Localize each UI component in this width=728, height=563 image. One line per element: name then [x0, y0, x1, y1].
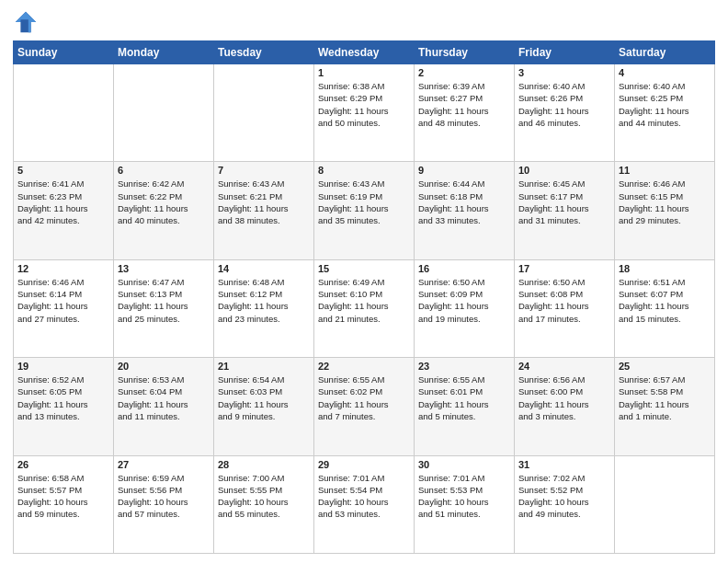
calendar-cell: 15Sunrise: 6:49 AM Sunset: 6:10 PM Dayli… — [314, 259, 415, 357]
calendar-week-3: 12Sunrise: 6:46 AM Sunset: 6:14 PM Dayli… — [14, 259, 715, 357]
day-info: Sunrise: 6:56 AM Sunset: 6:00 PM Dayligh… — [518, 373, 610, 422]
calendar-cell: 20Sunrise: 6:53 AM Sunset: 6:04 PM Dayli… — [114, 358, 214, 455]
day-info: Sunrise: 6:46 AM Sunset: 6:14 PM Dayligh… — [17, 276, 109, 325]
calendar-cell — [114, 64, 214, 162]
day-info: Sunrise: 6:45 AM Sunset: 6:17 PM Dayligh… — [518, 178, 610, 226]
calendar-cell: 30Sunrise: 7:01 AM Sunset: 5:53 PM Dayli… — [415, 455, 515, 553]
logo — [13, 9, 42, 35]
calendar-cell: 29Sunrise: 7:01 AM Sunset: 5:54 PM Dayli… — [314, 455, 415, 553]
day-info: Sunrise: 7:00 AM Sunset: 5:55 PM Dayligh… — [218, 472, 310, 521]
calendar-cell — [14, 64, 114, 162]
day-info: Sunrise: 6:41 AM Sunset: 6:23 PM Dayligh… — [17, 178, 109, 226]
header-thursday: Thursday — [415, 41, 515, 64]
day-number: 6 — [118, 165, 210, 176]
calendar-cell — [615, 455, 715, 553]
day-info: Sunrise: 6:55 AM Sunset: 6:02 PM Dayligh… — [318, 373, 410, 422]
header-sunday: Sunday — [14, 41, 114, 64]
day-number: 2 — [418, 67, 510, 78]
calendar-cell: 17Sunrise: 6:50 AM Sunset: 6:08 PM Dayli… — [515, 259, 615, 357]
calendar-cell — [214, 64, 314, 162]
day-number: 4 — [619, 67, 711, 78]
day-number: 9 — [418, 165, 510, 176]
page: Sunday Monday Tuesday Wednesday Thursday… — [0, 0, 728, 563]
day-info: Sunrise: 7:02 AM Sunset: 5:52 PM Dayligh… — [518, 472, 610, 521]
calendar-cell: 18Sunrise: 6:51 AM Sunset: 6:07 PM Dayli… — [615, 259, 715, 357]
day-number: 20 — [118, 361, 210, 372]
day-number: 18 — [619, 263, 711, 274]
calendar-cell: 22Sunrise: 6:55 AM Sunset: 6:02 PM Dayli… — [314, 358, 415, 455]
day-info: Sunrise: 6:40 AM Sunset: 6:25 PM Dayligh… — [619, 80, 711, 129]
day-number: 1 — [318, 67, 410, 78]
day-info: Sunrise: 6:57 AM Sunset: 5:58 PM Dayligh… — [619, 373, 711, 422]
day-number: 10 — [518, 165, 610, 176]
day-number: 30 — [418, 459, 510, 470]
day-number: 16 — [418, 263, 510, 274]
day-number: 23 — [418, 361, 510, 372]
calendar-cell: 26Sunrise: 6:58 AM Sunset: 5:57 PM Dayli… — [14, 455, 114, 553]
day-info: Sunrise: 6:59 AM Sunset: 5:56 PM Dayligh… — [118, 472, 210, 521]
day-info: Sunrise: 6:40 AM Sunset: 6:26 PM Dayligh… — [518, 80, 610, 129]
calendar-table: Sunday Monday Tuesday Wednesday Thursday… — [13, 40, 715, 554]
calendar-cell: 12Sunrise: 6:46 AM Sunset: 6:14 PM Dayli… — [14, 259, 114, 357]
day-number: 27 — [118, 459, 210, 470]
calendar-cell: 5Sunrise: 6:41 AM Sunset: 6:23 PM Daylig… — [14, 162, 114, 259]
day-info: Sunrise: 6:46 AM Sunset: 6:15 PM Dayligh… — [619, 178, 711, 226]
header-tuesday: Tuesday — [214, 41, 314, 64]
day-info: Sunrise: 7:01 AM Sunset: 5:53 PM Dayligh… — [418, 472, 510, 521]
calendar-header: Sunday Monday Tuesday Wednesday Thursday… — [14, 41, 715, 64]
calendar-cell: 24Sunrise: 6:56 AM Sunset: 6:00 PM Dayli… — [515, 358, 615, 455]
day-number: 28 — [218, 459, 310, 470]
day-number: 5 — [17, 165, 109, 176]
header-wednesday: Wednesday — [314, 41, 415, 64]
day-number: 31 — [518, 459, 610, 470]
day-info: Sunrise: 6:48 AM Sunset: 6:12 PM Dayligh… — [218, 276, 310, 325]
calendar-cell: 25Sunrise: 6:57 AM Sunset: 5:58 PM Dayli… — [615, 358, 715, 455]
calendar-cell: 21Sunrise: 6:54 AM Sunset: 6:03 PM Dayli… — [214, 358, 314, 455]
calendar-body: 1Sunrise: 6:38 AM Sunset: 6:29 PM Daylig… — [14, 64, 715, 554]
day-info: Sunrise: 7:01 AM Sunset: 5:54 PM Dayligh… — [318, 472, 410, 521]
day-number: 26 — [17, 459, 109, 470]
day-number: 13 — [118, 263, 210, 274]
day-info: Sunrise: 6:47 AM Sunset: 6:13 PM Dayligh… — [118, 276, 210, 325]
day-number: 15 — [318, 263, 410, 274]
day-info: Sunrise: 6:53 AM Sunset: 6:04 PM Dayligh… — [118, 373, 210, 422]
day-number: 21 — [218, 361, 310, 372]
day-info: Sunrise: 6:43 AM Sunset: 6:19 PM Dayligh… — [318, 178, 410, 226]
calendar-cell: 13Sunrise: 6:47 AM Sunset: 6:13 PM Dayli… — [114, 259, 214, 357]
day-info: Sunrise: 6:38 AM Sunset: 6:29 PM Dayligh… — [318, 80, 410, 129]
day-info: Sunrise: 6:52 AM Sunset: 6:05 PM Dayligh… — [17, 373, 109, 422]
day-number: 8 — [318, 165, 410, 176]
calendar-cell: 10Sunrise: 6:45 AM Sunset: 6:17 PM Dayli… — [515, 162, 615, 259]
day-info: Sunrise: 6:54 AM Sunset: 6:03 PM Dayligh… — [218, 373, 310, 422]
day-info: Sunrise: 6:55 AM Sunset: 6:01 PM Dayligh… — [418, 373, 510, 422]
header — [13, 9, 715, 35]
calendar-cell: 31Sunrise: 7:02 AM Sunset: 5:52 PM Dayli… — [515, 455, 615, 553]
day-info: Sunrise: 6:39 AM Sunset: 6:27 PM Dayligh… — [418, 80, 510, 129]
weekday-header-row: Sunday Monday Tuesday Wednesday Thursday… — [14, 41, 715, 64]
day-number: 25 — [619, 361, 711, 372]
calendar-cell: 6Sunrise: 6:42 AM Sunset: 6:22 PM Daylig… — [114, 162, 214, 259]
day-number: 19 — [17, 361, 109, 372]
day-number: 24 — [518, 361, 610, 372]
day-info: Sunrise: 6:50 AM Sunset: 6:08 PM Dayligh… — [518, 276, 610, 325]
calendar-cell: 7Sunrise: 6:43 AM Sunset: 6:21 PM Daylig… — [214, 162, 314, 259]
calendar-week-2: 5Sunrise: 6:41 AM Sunset: 6:23 PM Daylig… — [14, 162, 715, 259]
day-info: Sunrise: 6:43 AM Sunset: 6:21 PM Dayligh… — [218, 178, 310, 226]
calendar-week-1: 1Sunrise: 6:38 AM Sunset: 6:29 PM Daylig… — [14, 64, 715, 162]
day-info: Sunrise: 6:42 AM Sunset: 6:22 PM Dayligh… — [118, 178, 210, 226]
calendar-week-5: 26Sunrise: 6:58 AM Sunset: 5:57 PM Dayli… — [14, 455, 715, 553]
calendar-cell: 14Sunrise: 6:48 AM Sunset: 6:12 PM Dayli… — [214, 259, 314, 357]
calendar-cell: 11Sunrise: 6:46 AM Sunset: 6:15 PM Dayli… — [615, 162, 715, 259]
day-number: 17 — [518, 263, 610, 274]
day-number: 14 — [218, 263, 310, 274]
calendar-cell: 8Sunrise: 6:43 AM Sunset: 6:19 PM Daylig… — [314, 162, 415, 259]
calendar-cell: 9Sunrise: 6:44 AM Sunset: 6:18 PM Daylig… — [415, 162, 515, 259]
calendar-cell: 19Sunrise: 6:52 AM Sunset: 6:05 PM Dayli… — [14, 358, 114, 455]
day-number: 7 — [218, 165, 310, 176]
calendar-cell: 3Sunrise: 6:40 AM Sunset: 6:26 PM Daylig… — [515, 64, 615, 162]
header-saturday: Saturday — [615, 41, 715, 64]
header-friday: Friday — [515, 41, 615, 64]
day-info: Sunrise: 6:58 AM Sunset: 5:57 PM Dayligh… — [17, 472, 109, 521]
calendar-cell: 4Sunrise: 6:40 AM Sunset: 6:25 PM Daylig… — [615, 64, 715, 162]
day-number: 11 — [619, 165, 711, 176]
